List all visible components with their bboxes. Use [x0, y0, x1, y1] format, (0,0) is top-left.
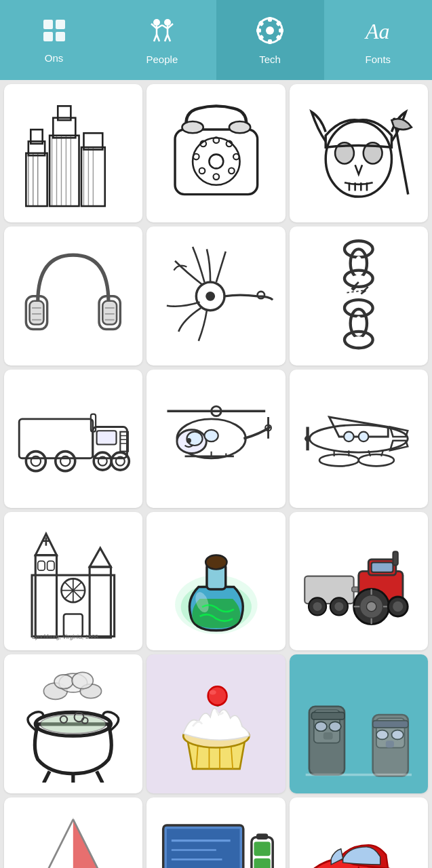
tab-fonts[interactable]: Aa Fonts — [324, 0, 432, 80]
grid-item-computer[interactable] — [146, 797, 285, 868]
tab-people[interactable]: People — [108, 0, 216, 80]
svg-rect-18 — [268, 17, 272, 22]
svg-rect-147 — [47, 561, 54, 571]
svg-point-182 — [41, 715, 106, 734]
svg-point-83 — [355, 256, 362, 270]
tab-fonts-label: Fonts — [366, 54, 391, 65]
svg-point-170 — [313, 602, 322, 612]
svg-point-48 — [209, 155, 223, 169]
svg-point-162 — [366, 602, 376, 612]
grid-item-cauldron[interactable] — [4, 654, 142, 793]
svg-point-198 — [329, 722, 340, 731]
svg-point-51 — [233, 154, 239, 160]
svg-point-204 — [391, 730, 403, 739]
svg-point-192 — [208, 686, 227, 705]
svg-point-79 — [257, 292, 264, 298]
svg-point-55 — [193, 154, 199, 160]
svg-point-100 — [26, 452, 46, 471]
svg-point-85 — [351, 275, 366, 281]
svg-point-128 — [359, 454, 394, 466]
svg-point-53 — [213, 174, 219, 180]
svg-rect-95 — [97, 431, 117, 444]
svg-point-125 — [344, 432, 353, 441]
svg-point-52 — [229, 168, 235, 174]
svg-point-177 — [72, 672, 93, 688]
svg-point-102 — [56, 452, 75, 471]
svg-rect-221 — [254, 859, 270, 868]
grid-item-cupcake[interactable] — [146, 654, 285, 793]
svg-point-124 — [305, 435, 311, 441]
svg-point-197 — [315, 722, 327, 731]
svg-point-47 — [193, 138, 239, 185]
svg-line-13 — [157, 35, 159, 41]
svg-point-78 — [205, 292, 215, 301]
svg-rect-146 — [38, 561, 45, 571]
grid-item-potion[interactable] — [146, 512, 285, 650]
svg-point-90 — [355, 316, 362, 330]
svg-point-5 — [164, 19, 171, 26]
svg-point-127 — [319, 454, 359, 466]
svg-point-152 — [205, 555, 227, 570]
tab-icons[interactable]: Ons — [0, 0, 108, 80]
svg-point-57 — [182, 121, 203, 133]
svg-line-181 — [97, 771, 103, 783]
svg-rect-205 — [386, 741, 394, 747]
svg-rect-159 — [393, 552, 397, 566]
svg-point-126 — [359, 432, 368, 441]
svg-rect-68 — [30, 300, 44, 324]
svg-rect-70 — [103, 300, 117, 324]
svg-point-92 — [351, 336, 366, 343]
svg-rect-196 — [311, 712, 345, 719]
grid-item-helicopter[interactable] — [146, 370, 285, 508]
svg-rect-27 — [26, 153, 47, 206]
svg-rect-199 — [323, 732, 333, 739]
grid-item-church[interactable]: Lynchburg, Virginia, 1888 — [4, 512, 142, 650]
svg-text:Aa: Aa — [364, 19, 390, 43]
svg-point-114 — [204, 430, 218, 441]
svg-point-121 — [186, 438, 191, 443]
grid-item-tractor[interactable] — [290, 512, 428, 650]
grid-item-pyramid[interactable] — [4, 797, 142, 868]
svg-rect-134 — [36, 555, 57, 638]
grid-item-headphones[interactable] — [4, 226, 142, 365]
svg-rect-202 — [373, 720, 408, 727]
icons-tab-icon — [41, 17, 68, 48]
svg-rect-19 — [268, 39, 272, 44]
grid-item-neuron[interactable] — [146, 226, 285, 365]
grid-item-truck[interactable] — [4, 370, 142, 508]
svg-point-176 — [54, 675, 73, 689]
grid-item-city[interactable] — [4, 84, 142, 222]
svg-marker-137 — [90, 549, 111, 568]
svg-text:Lynchburg, Virginia, 1888: Lynchburg, Virginia, 1888 — [32, 633, 98, 640]
svg-line-15 — [168, 35, 170, 41]
top-nav: Ons People — [0, 0, 432, 80]
fonts-tab-icon: Aa — [363, 16, 393, 50]
svg-rect-213 — [167, 829, 240, 868]
tab-icons-label: Ons — [45, 52, 64, 64]
svg-rect-0 — [43, 20, 53, 29]
svg-point-58 — [229, 121, 250, 133]
svg-line-179 — [44, 771, 50, 783]
svg-point-104 — [94, 452, 112, 470]
svg-marker-208 — [73, 819, 120, 868]
grid-item-phone[interactable] — [146, 84, 285, 222]
svg-point-168 — [392, 601, 404, 612]
svg-rect-30 — [50, 136, 79, 206]
svg-rect-219 — [256, 833, 268, 840]
grid-item-car[interactable] — [290, 797, 428, 868]
svg-rect-20 — [256, 28, 261, 33]
tech-tab-icon — [255, 16, 285, 50]
tab-tech[interactable]: Tech — [216, 0, 324, 80]
grid-item-chain[interactable] — [290, 226, 428, 365]
svg-point-54 — [199, 168, 205, 174]
svg-rect-21 — [279, 28, 283, 33]
people-tab-icon — [147, 16, 177, 50]
tab-people-label: People — [146, 54, 178, 65]
svg-point-59 — [326, 121, 391, 197]
grid-item-viking[interactable] — [290, 84, 428, 222]
grid-item-moai[interactable] — [290, 654, 428, 793]
svg-rect-158 — [372, 563, 393, 572]
grid-item-seaplane[interactable] — [290, 370, 428, 508]
svg-point-17 — [266, 26, 274, 35]
svg-rect-222 — [254, 842, 270, 856]
